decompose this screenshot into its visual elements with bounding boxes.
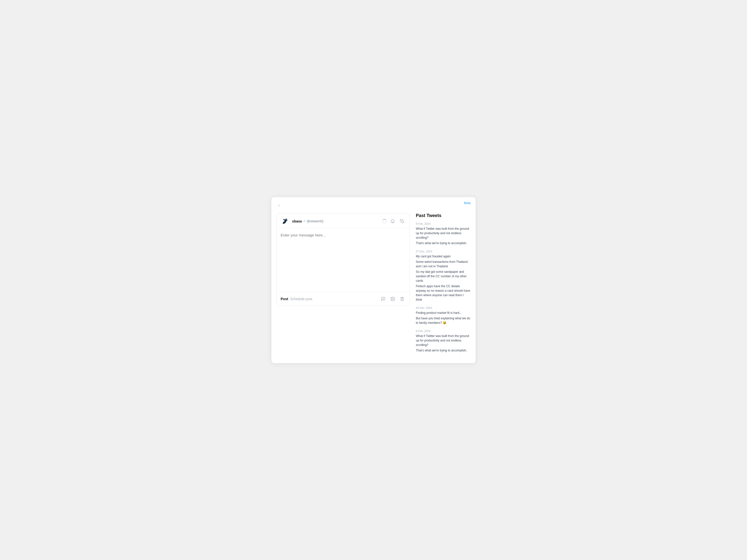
compose-card: xbase ✓ @xbaseHQ (276, 213, 410, 305)
verified-icon: ✓ (303, 219, 306, 223)
user-info: xbase ✓ @xbaseHQ (292, 219, 324, 223)
beta-badge[interactable]: Beta (464, 201, 471, 205)
thread-button[interactable] (380, 295, 387, 302)
compose-footer: Post Schedule post (277, 292, 410, 305)
tweet-text: Fintech apps have the CC details anyway … (416, 284, 471, 302)
message-input[interactable] (281, 233, 406, 287)
tweet-text: That's what we're trying to accomplish. (416, 241, 471, 245)
tweet-group[interactable]: 29 Dec, 2023Finding product market fit i… (416, 306, 471, 325)
tweet-group[interactable]: 8 Feb, 2024What if Twitter was built fro… (416, 329, 471, 353)
post-button[interactable]: Post (281, 296, 288, 302)
tweet-date: 27 Dec, 2023 (416, 250, 471, 253)
tweet-text: But have you tried explaining what we do… (416, 316, 471, 325)
tweet-text: That's what we're trying to accomplish. (416, 348, 471, 353)
compose-body (277, 229, 410, 292)
past-tweets-panel: Past Tweets 8 Feb, 2024What if Twitter w… (416, 213, 471, 357)
compose-user: xbase ✓ @xbaseHQ (281, 217, 324, 226)
tweet-text: What if Twitter was built from the groun… (416, 334, 471, 347)
image-button[interactable] (389, 295, 396, 302)
back-button[interactable]: ‹ (276, 202, 282, 209)
tweet-text: What if Twitter was built from the groun… (416, 226, 471, 240)
loading-spinner (382, 219, 387, 223)
tweet-text: Some weird transactions from Thailand an… (416, 260, 471, 269)
compose-actions (382, 218, 406, 225)
tweet-date: 8 Feb, 2024 (416, 222, 471, 225)
ai-generate-button[interactable] (389, 218, 396, 225)
user-name: xbase (292, 219, 302, 223)
user-handle: @xbaseHQ (307, 219, 324, 223)
tweet-date: 8 Feb, 2024 (416, 329, 471, 332)
svg-point-0 (391, 219, 394, 223)
compose-panel: xbase ✓ @xbaseHQ (276, 213, 410, 357)
footer-tools (380, 295, 406, 302)
tweet-date: 29 Dec, 2023 (416, 306, 471, 310)
tweet-groups-container: 8 Feb, 2024What if Twitter was built fro… (416, 222, 471, 353)
svg-rect-3 (402, 220, 404, 222)
compose-header: xbase ✓ @xbaseHQ (277, 213, 410, 229)
svg-point-7 (392, 298, 392, 298)
duplicate-button[interactable] (398, 218, 406, 225)
avatar (281, 217, 290, 226)
tweet-group[interactable]: 27 Dec, 2023My card got frauded againSom… (416, 250, 471, 302)
schedule-button[interactable]: Schedule post (288, 296, 314, 302)
tweet-group[interactable]: 8 Feb, 2024What if Twitter was built fro… (416, 222, 471, 245)
main-content: xbase ✓ @xbaseHQ (276, 213, 471, 357)
tweet-text: My card got frauded again (416, 254, 471, 259)
tweet-text: So my dad got some sandpaper and sanded … (416, 270, 471, 283)
tweet-text: Finding product market fit is hard... (416, 311, 471, 315)
app-window: ‹ Beta xbase (272, 197, 475, 363)
past-tweets-title: Past Tweets (416, 213, 471, 218)
delete-button[interactable] (398, 295, 406, 302)
